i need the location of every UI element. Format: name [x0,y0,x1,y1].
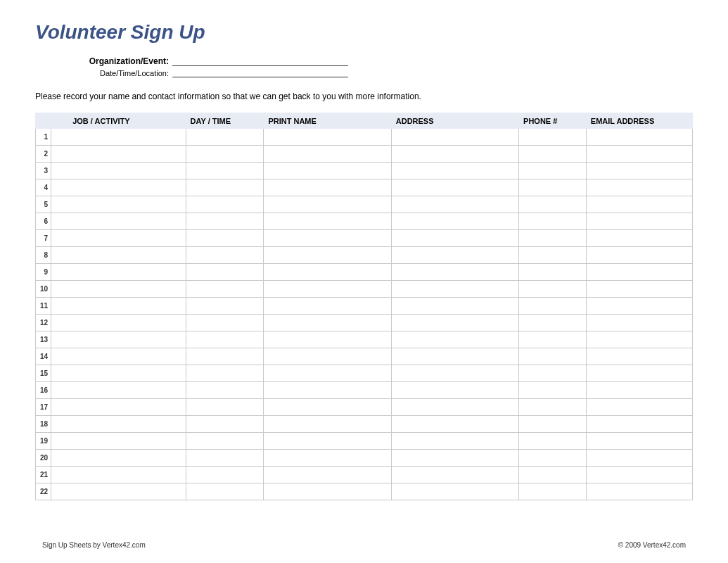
cell-name[interactable] [264,467,391,483]
cell-name[interactable] [264,483,391,500]
cell-name[interactable] [264,163,391,179]
cell-day[interactable] [186,365,264,382]
cell-email[interactable] [586,247,692,264]
cell-job[interactable] [51,196,186,213]
cell-phone[interactable] [519,213,587,230]
cell-phone[interactable] [519,146,587,163]
cell-job[interactable] [51,348,186,365]
cell-day[interactable] [186,196,264,213]
cell-phone[interactable] [519,450,587,467]
cell-email[interactable] [586,230,692,247]
cell-email[interactable] [586,450,692,467]
cell-phone[interactable] [519,129,587,146]
cell-phone[interactable] [519,399,587,416]
cell-email[interactable] [586,179,692,196]
cell-phone[interactable] [519,264,587,281]
cell-job[interactable] [51,213,186,230]
cell-email[interactable] [586,365,692,382]
cell-address[interactable] [391,433,518,450]
cell-address[interactable] [391,230,518,247]
cell-day[interactable] [186,399,264,416]
cell-email[interactable] [586,196,692,213]
cell-phone[interactable] [519,416,587,433]
cell-job[interactable] [51,281,186,298]
date-time-location-input-line[interactable] [172,68,348,77]
cell-email[interactable] [586,129,692,146]
cell-day[interactable] [186,382,264,399]
cell-name[interactable] [264,230,391,247]
cell-address[interactable] [391,450,518,467]
cell-email[interactable] [586,399,692,416]
cell-email[interactable] [586,146,692,163]
cell-day[interactable] [186,163,264,179]
cell-day[interactable] [186,483,264,500]
cell-job[interactable] [51,467,186,483]
cell-job[interactable] [51,264,186,281]
cell-email[interactable] [586,281,692,298]
cell-phone[interactable] [519,163,587,179]
cell-phone[interactable] [519,433,587,450]
cell-name[interactable] [264,315,391,331]
cell-address[interactable] [391,264,518,281]
cell-name[interactable] [264,196,391,213]
cell-job[interactable] [51,450,186,467]
cell-address[interactable] [391,467,518,483]
cell-job[interactable] [51,433,186,450]
cell-email[interactable] [586,416,692,433]
cell-email[interactable] [586,382,692,399]
cell-job[interactable] [51,331,186,348]
cell-name[interactable] [264,247,391,264]
cell-name[interactable] [264,416,391,433]
cell-email[interactable] [586,483,692,500]
cell-day[interactable] [186,348,264,365]
cell-phone[interactable] [519,365,587,382]
cell-phone[interactable] [519,467,587,483]
cell-name[interactable] [264,399,391,416]
cell-job[interactable] [51,416,186,433]
cell-address[interactable] [391,298,518,315]
cell-job[interactable] [51,483,186,500]
cell-name[interactable] [264,213,391,230]
cell-job[interactable] [51,230,186,247]
cell-email[interactable] [586,298,692,315]
cell-email[interactable] [586,467,692,483]
cell-job[interactable] [51,382,186,399]
cell-day[interactable] [186,331,264,348]
cell-day[interactable] [186,298,264,315]
cell-email[interactable] [586,348,692,365]
cell-name[interactable] [264,450,391,467]
cell-address[interactable] [391,163,518,179]
cell-phone[interactable] [519,247,587,264]
cell-address[interactable] [391,348,518,365]
cell-address[interactable] [391,382,518,399]
cell-address[interactable] [391,129,518,146]
cell-name[interactable] [264,179,391,196]
cell-job[interactable] [51,298,186,315]
cell-job[interactable] [51,179,186,196]
cell-name[interactable] [264,433,391,450]
cell-phone[interactable] [519,298,587,315]
cell-phone[interactable] [519,230,587,247]
cell-name[interactable] [264,129,391,146]
cell-day[interactable] [186,247,264,264]
cell-email[interactable] [586,433,692,450]
cell-day[interactable] [186,433,264,450]
cell-phone[interactable] [519,196,587,213]
cell-name[interactable] [264,331,391,348]
cell-address[interactable] [391,146,518,163]
cell-email[interactable] [586,163,692,179]
cell-day[interactable] [186,416,264,433]
cell-job[interactable] [51,315,186,331]
cell-job[interactable] [51,129,186,146]
cell-name[interactable] [264,298,391,315]
cell-phone[interactable] [519,281,587,298]
cell-email[interactable] [586,331,692,348]
cell-day[interactable] [186,230,264,247]
cell-name[interactable] [264,281,391,298]
cell-address[interactable] [391,213,518,230]
cell-job[interactable] [51,365,186,382]
cell-job[interactable] [51,247,186,264]
cell-day[interactable] [186,146,264,163]
cell-address[interactable] [391,331,518,348]
cell-day[interactable] [186,315,264,331]
